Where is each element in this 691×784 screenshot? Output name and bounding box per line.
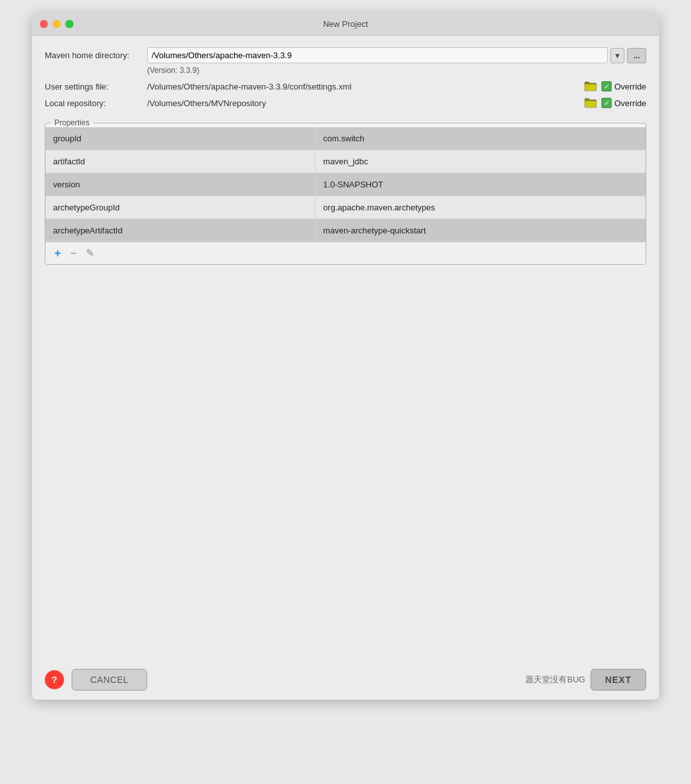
table-row: archetypeGroupId org.apache.maven.archet… [45,196,646,219]
bottom-right-actions: 愿天堂没有BUG NEXT [525,669,646,691]
window-controls [40,20,74,28]
help-icon: ? [52,675,58,685]
user-settings-value: /Volumes/Others/apache-maven-3.3.9/conf/… [147,82,581,91]
properties-actions: + − ✎ [45,242,646,264]
minimize-button[interactable] [52,20,61,28]
watermark-text: 愿天堂没有BUG [525,674,585,686]
bottom-left-actions: ? CANCEL [45,669,147,691]
local-repo-override-checkbox[interactable]: ✓ Override [601,98,646,108]
prop-key-groupid: groupId [45,127,315,150]
prop-key-archetype-artifact: archetypeArtifactId [45,219,315,242]
prop-key-artifactid: artifactId [45,150,315,173]
user-settings-folder-icon[interactable] [584,80,598,93]
user-settings-label: User settings file: [45,82,147,91]
prop-val-artifactid: maven_jdbc [315,150,646,173]
titlebar: New Project [32,13,659,36]
maven-home-label: Maven home directory: [45,51,147,60]
maven-home-input[interactable] [147,47,608,63]
maximize-button[interactable] [65,20,74,28]
add-property-button[interactable]: + [52,246,64,260]
local-repo-folder-icon[interactable] [584,97,598,109]
user-settings-override-label: Override [614,82,646,91]
local-repo-label: Local repository: [45,98,147,108]
user-settings-row: User settings file: /Volumes/Others/apac… [45,80,646,93]
table-row: artifactId maven_jdbc [45,150,646,173]
main-content: Maven home directory: ▼ ... (Version: 3.… [32,36,659,660]
edit-property-button[interactable]: ✎ [83,247,97,260]
help-button[interactable]: ? [45,670,64,689]
prop-key-archetype-group: archetypeGroupId [45,196,315,219]
remove-property-button[interactable]: − [68,246,80,260]
prop-val-archetype-artifact: maven-archetype-quickstart [315,219,646,242]
local-repo-row: Local repository: /Volumes/Others/MVNrep… [45,97,646,109]
local-repo-value: /Volumes/Others/MVNrepository [147,98,581,108]
prop-val-version: 1.0-SNAPSHOT [315,173,646,196]
local-repo-check-icon: ✓ [601,98,612,108]
table-row: version 1.0-SNAPSHOT [45,173,646,196]
close-button[interactable] [40,20,48,28]
maven-home-dropdown-button[interactable]: ▼ [610,48,624,63]
cancel-button[interactable]: CANCEL [72,669,147,691]
user-settings-check-icon: ✓ [601,81,612,91]
prop-val-archetype-group: org.apache.maven.archetypes [315,196,646,219]
table-row: groupId com.switch [45,127,646,150]
prop-key-version: version [45,173,315,196]
properties-legend: Properties [51,118,93,127]
user-settings-override-checkbox[interactable]: ✓ Override [601,81,646,91]
prop-val-groupid: com.switch [315,127,646,150]
local-repo-override-label: Override [614,98,646,108]
window-title: New Project [323,19,368,29]
maven-version: (Version: 3.3.9) [147,66,646,75]
properties-section: Properties groupId com.switch artifactId… [45,118,646,265]
content-spacer [45,265,646,648]
new-project-window: New Project Maven home directory: ▼ ... … [32,13,659,700]
table-row: archetypeArtifactId maven-archetype-quic… [45,219,646,242]
properties-table: groupId com.switch artifactId maven_jdbc… [45,127,646,242]
next-button[interactable]: NEXT [591,669,646,691]
maven-home-row: Maven home directory: ▼ ... [45,47,646,63]
maven-home-browse-button[interactable]: ... [627,48,646,63]
bottom-bar: ? CANCEL 愿天堂没有BUG NEXT [32,660,659,700]
